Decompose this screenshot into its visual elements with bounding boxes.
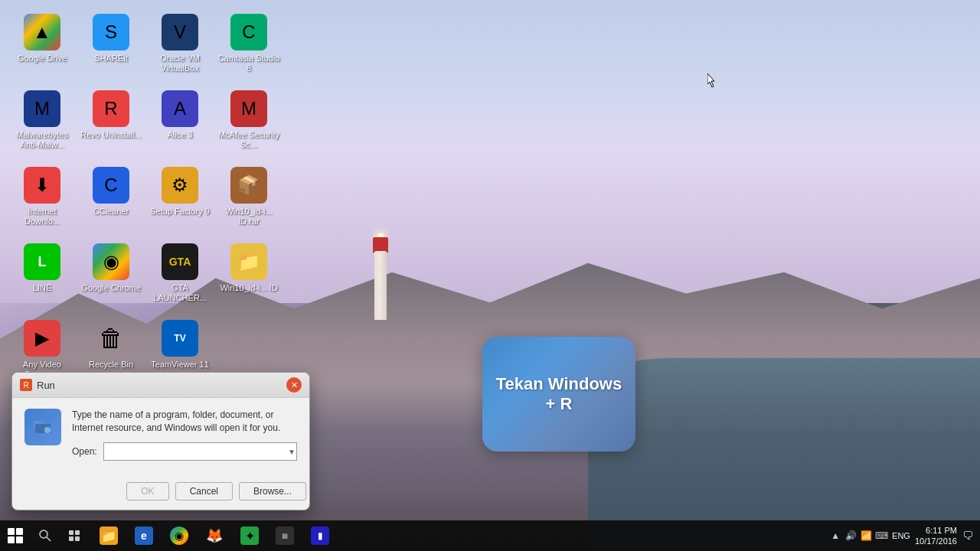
taskbar-clock[interactable]: 6:11 PM 10/17/2016 xyxy=(915,525,957,547)
alice-icon: A xyxy=(162,90,198,127)
overlay-bubble-text: Tekan Windows + R xyxy=(482,367,635,422)
desktop-icon-line[interactable]: L LINE xyxy=(8,237,77,314)
svg-rect-8 xyxy=(75,536,80,541)
run-icon-area xyxy=(24,409,61,445)
desktop-icon-ccleaner[interactable]: C CCleaner xyxy=(77,161,145,237)
run-title-text: Run xyxy=(37,380,55,391)
camtasia-label: Camtasia Studio 8 xyxy=(217,54,280,73)
line-label: LINE xyxy=(33,283,51,293)
desktop-icon-shareit[interactable]: S SHAREit xyxy=(77,8,145,84)
teamviewer-icon: TV xyxy=(162,320,198,357)
taskbar-app-black[interactable]: ■ xyxy=(268,521,302,550)
recycle-label: Recycle Bin xyxy=(89,360,133,370)
run-cancel-button[interactable]: Cancel xyxy=(175,482,233,500)
desktop-icon-win10id[interactable]: 📁 Win10_id-i... ID xyxy=(214,237,283,314)
vbox-label: Oracle VM VirtualBox xyxy=(149,54,211,73)
chrome-icon: ◉ xyxy=(93,243,129,280)
desktop-icon-idm[interactable]: ⬇ Internet Downlo... xyxy=(8,161,77,237)
lighthouse-tower xyxy=(374,251,387,320)
run-text-area: Type the name of a program, folder, docu… xyxy=(72,409,297,471)
gta-label: GTA LAUNCHER... xyxy=(149,283,211,303)
taskbar-app-ie[interactable]: e xyxy=(127,521,161,550)
malware-label: Malwarebytes Anti-Malw... xyxy=(11,130,74,150)
desktop-icon-alice[interactable]: A Alice 3 xyxy=(145,84,214,161)
setup-label: Setup Factory 9 xyxy=(150,207,210,217)
taskbar-firefox-icon: 🦊 xyxy=(205,527,224,545)
desktop-icon-chrome[interactable]: ◉ Google Chrome xyxy=(77,237,145,314)
desktop: ▲ Google Drive S SHAREit V Oracle VM Vir… xyxy=(0,0,980,551)
taskbar-app-firefox[interactable]: 🦊 xyxy=(198,521,231,550)
run-body: Type the name of a program, folder, docu… xyxy=(12,398,309,482)
shareit-label: SHAREit xyxy=(94,54,127,64)
win10id-label: Win10_id-i... ID xyxy=(220,283,277,293)
desktop-icon-camtasia[interactable]: C Camtasia Studio 8 xyxy=(214,8,283,84)
run-close-button[interactable]: ✕ xyxy=(286,377,302,393)
taskbar-time: 6:11 PM xyxy=(915,525,957,536)
lighthouse-top xyxy=(373,237,388,253)
run-description: Type the name of a program, folder, docu… xyxy=(72,409,297,435)
start-icon-block-tl xyxy=(8,528,15,535)
tray-volume[interactable]: 🔊 xyxy=(844,530,857,542)
ie-icon: e xyxy=(135,527,153,545)
taskbar-app-green[interactable]: ✦ xyxy=(233,521,266,550)
desktop-icon-gta[interactable]: GTA GTA LAUNCHER... xyxy=(145,237,214,314)
win10rar-icon: 📦 xyxy=(230,167,267,204)
taskbar-cmd-icon: ▮ xyxy=(311,527,329,545)
tray-keyboard[interactable]: ⌨ xyxy=(875,530,887,542)
taskbar-app-cmd[interactable]: ▮ xyxy=(303,521,337,550)
taskbar-apps: 📁 e ◉ 🦊 ✦ ■ ▮ xyxy=(89,521,829,550)
vbox-icon: V xyxy=(162,14,198,51)
idm-label: Internet Downlo... xyxy=(11,207,74,227)
run-titlebar-left: R Run xyxy=(20,379,55,391)
run-buttons: OK Cancel Browse... xyxy=(12,482,309,510)
desktop-icon-win10rar[interactable]: 📦 Win10_id-i... ID.rar xyxy=(214,161,283,237)
taskbar-task-view-button[interactable] xyxy=(60,521,89,550)
avc-icon: ▶ xyxy=(24,320,60,357)
line-icon: L xyxy=(24,243,60,280)
task-view-icon xyxy=(68,530,80,542)
svg-rect-5 xyxy=(69,530,74,535)
run-dialog: R Run ✕ Type the name of a program, fold… xyxy=(11,372,310,510)
search-icon xyxy=(39,530,51,542)
malware-icon: M xyxy=(24,90,60,127)
taskbar-green-icon: ✦ xyxy=(240,527,259,545)
ccleaner-icon: C xyxy=(93,167,129,204)
svg-point-3 xyxy=(40,530,47,538)
run-open-input-wrap: ▼ xyxy=(103,442,297,461)
recycle-icon: 🗑 xyxy=(93,320,129,357)
desktop-icon-vbox[interactable]: V Oracle VM VirtualBox xyxy=(145,8,214,84)
desktop-icon-revo[interactable]: R Revo Uninstall... xyxy=(77,84,145,161)
desktop-icon-setup[interactable]: ⚙ Setup Factory 9 xyxy=(145,161,214,237)
taskbar-date: 10/17/2016 xyxy=(915,536,957,546)
taskbar-lang[interactable]: ENG xyxy=(892,531,910,540)
shareit-icon: S xyxy=(93,14,129,51)
taskbar-app-explorer[interactable]: 📁 xyxy=(92,521,126,550)
mcafee-label: McAfee Security Sc... xyxy=(217,130,280,150)
taskbar-start-button[interactable] xyxy=(0,520,31,551)
lighthouse xyxy=(372,228,389,320)
taskbar: 📁 e ◉ 🦊 ✦ ■ ▮ ▲ 🔊 xyxy=(0,520,980,551)
desktop-icon-malware[interactable]: M Malwarebytes Anti-Malw... xyxy=(8,84,77,161)
alice-label: Alice 3 xyxy=(167,130,192,140)
windows-start-icon xyxy=(8,528,23,543)
taskbar-notification-button[interactable]: 🗨 xyxy=(962,530,974,542)
tray-network[interactable]: 📶 xyxy=(860,530,872,542)
svg-line-4 xyxy=(47,537,51,541)
tray-chevron[interactable]: ▲ xyxy=(829,530,841,542)
run-title-icon: R xyxy=(20,379,32,391)
gdrive-icon: ▲ xyxy=(24,14,60,51)
taskbar-search-button[interactable] xyxy=(31,521,60,550)
desktop-icon-mcafee[interactable]: M McAfee Security Sc... xyxy=(214,84,283,161)
run-open-input[interactable] xyxy=(103,442,297,461)
svg-rect-6 xyxy=(75,530,80,535)
desktop-icon-gdrive[interactable]: ▲ Google Drive xyxy=(8,8,77,84)
chrome-label: Google Chrome xyxy=(81,283,141,293)
start-icon-block-bl xyxy=(8,536,15,543)
run-browse-button[interactable]: Browse... xyxy=(239,482,306,500)
camtasia-icon: C xyxy=(230,14,267,51)
run-open-row: Open: ▼ xyxy=(72,442,297,461)
start-icon-block-br xyxy=(16,536,23,543)
run-ok-button[interactable]: OK xyxy=(126,482,168,500)
taskbar-app-chrome[interactable]: ◉ xyxy=(162,521,196,550)
svg-rect-7 xyxy=(69,536,74,541)
